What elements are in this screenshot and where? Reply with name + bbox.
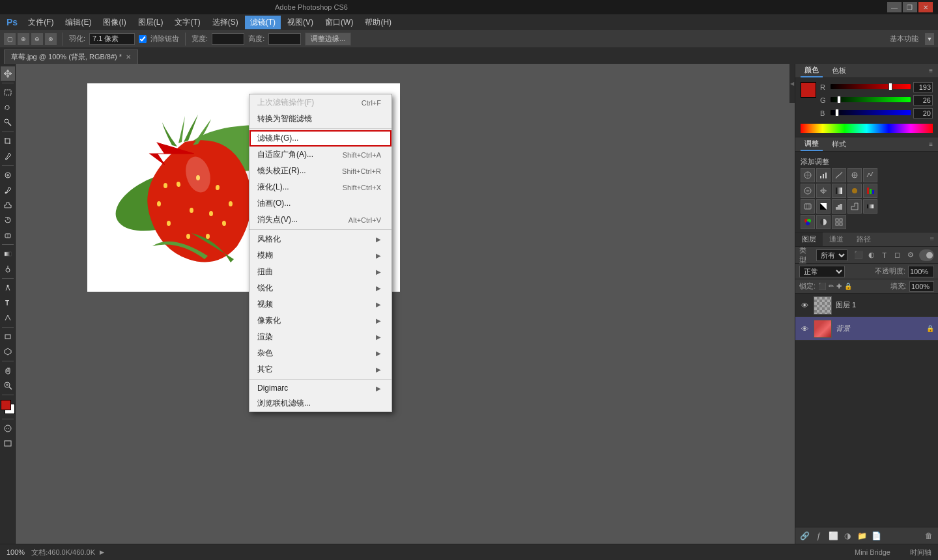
menu-layer[interactable]: 图层(L) xyxy=(133,16,169,29)
adj-hue-sat[interactable] xyxy=(801,184,815,198)
menu-type[interactable]: 文字(T) xyxy=(169,16,205,29)
style-tab[interactable]: 样式 xyxy=(828,138,850,150)
tab-paths[interactable]: 路径 xyxy=(850,232,877,246)
adj-levels[interactable] xyxy=(816,168,831,182)
filter-shape-icon[interactable]: ◻ xyxy=(892,249,903,261)
workspace-arrow-icon[interactable]: ▼ xyxy=(925,33,934,45)
tool-gradient[interactable] xyxy=(1,247,15,261)
dd-other[interactable]: 其它 ▶ xyxy=(249,361,391,378)
fill-input[interactable] xyxy=(909,281,934,292)
layer-visibility-bg[interactable]: 👁 xyxy=(799,324,810,334)
tool-eraser[interactable] xyxy=(1,228,15,242)
adj-color-balance[interactable] xyxy=(816,184,831,198)
channel-g-value[interactable] xyxy=(913,95,933,105)
tab-layers[interactable]: 图层 xyxy=(795,232,823,246)
tab-channels[interactable]: 通道 xyxy=(823,232,850,246)
doc-size-arrow[interactable]: ▶ xyxy=(98,548,107,557)
adj-gradient-map[interactable] xyxy=(863,199,877,214)
tool-move[interactable] xyxy=(1,66,15,81)
color-spectrum[interactable] xyxy=(801,124,933,133)
adj-selective-color[interactable] xyxy=(801,215,815,229)
active-color-swatch[interactable] xyxy=(801,82,816,98)
mini-bridge-label[interactable]: Mini Bridge xyxy=(855,548,890,556)
feather-input[interactable] xyxy=(89,33,135,45)
adj-curves[interactable] xyxy=(832,168,846,182)
tool-heal[interactable] xyxy=(1,168,15,182)
minimize-button[interactable]: — xyxy=(887,2,902,12)
tool-magic-wand[interactable] xyxy=(1,115,15,130)
adj-vibrance[interactable] xyxy=(863,168,877,182)
delete-layer-btn[interactable]: 🗑 xyxy=(922,529,935,542)
add-selection-icon[interactable]: ⊕ xyxy=(18,33,29,45)
layers-panel-menu[interactable]: ≡ xyxy=(926,232,938,246)
menu-help[interactable]: 帮助(H) xyxy=(360,16,397,29)
adj-brightness-contrast[interactable] xyxy=(816,215,831,229)
dd-blur[interactable]: 模糊 ▶ xyxy=(249,247,391,264)
lock-draw-icon[interactable]: ✏ xyxy=(829,283,834,290)
adj-posterize[interactable] xyxy=(832,199,846,214)
dd-lens-correct[interactable]: 镜头校正(R)... Shift+Ctrl+R xyxy=(249,163,391,179)
create-layer-btn[interactable]: 📄 xyxy=(870,529,883,542)
menu-ps-logo[interactable]: Ps xyxy=(3,17,21,27)
add-style-btn[interactable]: ƒ xyxy=(812,529,825,542)
tool-crop[interactable] xyxy=(1,134,15,148)
dd-digimarc[interactable]: Digimarc ▶ xyxy=(249,381,391,395)
tab-close-icon[interactable]: ✕ xyxy=(126,53,131,61)
adj-invert[interactable] xyxy=(816,199,831,214)
color-swatches[interactable] xyxy=(1,400,15,414)
tool-shape[interactable] xyxy=(1,329,15,344)
layer-visibility-1[interactable]: 👁 xyxy=(799,300,810,311)
lock-move-icon[interactable]: ✚ xyxy=(836,283,842,290)
tool-stamp[interactable] xyxy=(1,198,15,212)
tool-marquee[interactable] xyxy=(1,85,15,100)
restore-button[interactable]: ❐ xyxy=(903,2,917,12)
create-adjustment-btn[interactable]: ◑ xyxy=(841,529,854,542)
dd-sharpen[interactable]: 锐化 ▶ xyxy=(249,280,391,296)
color-tab[interactable]: 颜色 xyxy=(801,64,823,77)
dd-video[interactable]: 视频 ▶ xyxy=(249,296,391,313)
blend-mode-select[interactable]: 正常 xyxy=(799,266,845,277)
tool-type[interactable]: T xyxy=(1,296,15,310)
dd-pixelate[interactable]: 像素化 ▶ xyxy=(249,313,391,329)
dd-liquify[interactable]: 液化(L)... Shift+Ctrl+X xyxy=(249,179,391,195)
link-layers-btn[interactable]: 🔗 xyxy=(798,529,811,542)
dd-oil-paint[interactable]: 油画(O)... xyxy=(249,195,391,212)
adj-channel-mixer[interactable] xyxy=(863,184,877,198)
width-input[interactable] xyxy=(212,33,244,45)
dd-filter-gallery[interactable]: 滤镜库(G)... xyxy=(249,130,391,147)
tool-history[interactable] xyxy=(1,213,15,227)
menu-select[interactable]: 选择(S) xyxy=(207,16,244,29)
dd-adaptive-wide[interactable]: 自适应广角(A)... Shift+Ctrl+A xyxy=(249,147,391,163)
tool-screen-mode[interactable] xyxy=(1,436,15,451)
tab-document[interactable]: 草莓.jpg @ 100% (背景, RGB/8#) * ✕ xyxy=(4,49,138,64)
tool-3d[interactable] xyxy=(1,344,15,359)
menu-view[interactable]: 视图(V) xyxy=(282,16,319,29)
adj-threshold[interactable] xyxy=(847,199,862,214)
dd-vanishing[interactable]: 消失点(V)... Alt+Ctrl+V xyxy=(249,212,391,228)
type-filter-select[interactable]: 所有 xyxy=(816,249,847,261)
adj-exposure[interactable] xyxy=(847,168,862,182)
tool-quickmask[interactable] xyxy=(1,421,15,436)
dd-last-filter[interactable]: 上次滤镜操作(F) Ctrl+F xyxy=(249,94,391,111)
color-panel-collapse[interactable]: ≡ xyxy=(929,67,933,74)
menu-filter[interactable]: 滤镜(T) xyxy=(245,16,281,29)
new-selection-icon[interactable]: ▢ xyxy=(4,33,16,45)
layer-item-background[interactable]: 👁 背景 🔒 xyxy=(795,317,938,341)
menu-file[interactable]: 文件(F) xyxy=(23,16,59,29)
lock-all-icon[interactable]: 🔒 xyxy=(844,283,852,290)
filter-adj-icon[interactable]: ◐ xyxy=(866,249,877,261)
create-group-btn[interactable]: 📁 xyxy=(855,529,868,542)
channel-b-value[interactable] xyxy=(913,108,933,119)
filter-smart-icon[interactable]: ⚙ xyxy=(905,249,917,261)
tool-zoom[interactable] xyxy=(1,378,15,393)
adj-photo-filter[interactable] xyxy=(847,184,862,198)
fg-color-swatch[interactable] xyxy=(1,400,11,410)
adj-pattern[interactable] xyxy=(832,215,846,229)
tool-path-select[interactable] xyxy=(1,311,15,325)
tool-pen[interactable] xyxy=(1,281,15,295)
dd-stylize[interactable]: 风格化 ▶ xyxy=(249,231,391,247)
close-button[interactable]: ✕ xyxy=(918,2,933,12)
adj-color-lookup[interactable] xyxy=(801,199,815,214)
adj-tab[interactable]: 调整 xyxy=(801,137,823,151)
timeline-label[interactable]: 时间轴 xyxy=(910,548,931,557)
